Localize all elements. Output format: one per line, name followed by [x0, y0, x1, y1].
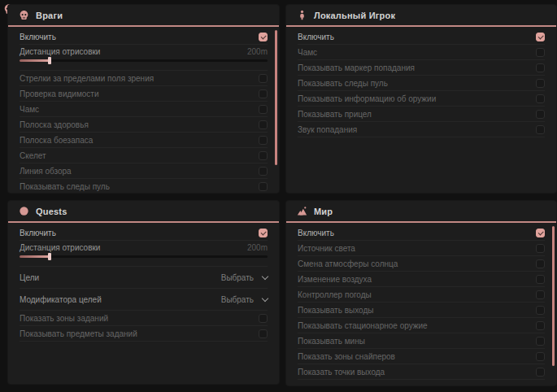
setting-row: Изменение воздуха — [298, 272, 545, 287]
setting-row: Дистанция отрисовки200m — [20, 45, 268, 71]
checkbox[interactable] — [536, 352, 545, 361]
setting-row: Показывать информацию об оружии — [298, 91, 545, 107]
slider-fill — [20, 255, 50, 258]
checkbox[interactable] — [536, 229, 545, 237]
setting-label: Чамс — [298, 48, 317, 57]
panel-title: Мир — [314, 207, 333, 216]
setting-label: Контроллер погоды — [298, 290, 372, 299]
slider-track[interactable] — [20, 59, 268, 62]
checkbox[interactable] — [536, 110, 545, 119]
checkbox[interactable] — [536, 63, 545, 72]
setting-row: Проверка видимости — [20, 86, 268, 102]
slider-thumb[interactable] — [48, 253, 51, 260]
slider-value: 200m — [247, 243, 268, 252]
checkbox[interactable] — [259, 89, 268, 98]
chevron-down-icon — [262, 294, 268, 301]
checkbox[interactable] — [536, 33, 545, 41]
checkbox[interactable] — [536, 306, 545, 315]
checkbox[interactable] — [259, 167, 268, 176]
checkbox[interactable] — [259, 151, 268, 160]
setting-label: Стрелки за пределами поля зрения — [20, 74, 154, 83]
checkbox[interactable] — [536, 337, 545, 346]
setting-label: Показать точки выхода — [298, 368, 385, 377]
checkbox[interactable] — [259, 182, 268, 191]
scrollbar-thumb[interactable] — [275, 30, 277, 165]
setting-label: Чамс — [20, 105, 39, 114]
dropdown-value: Выбрать — [221, 273, 254, 282]
setting-row: Включить — [298, 29, 545, 45]
checkbox[interactable] — [259, 120, 268, 129]
checkbox[interactable] — [536, 290, 545, 299]
dropdown[interactable]: Выбрать — [221, 273, 268, 282]
slider-thumb[interactable] — [48, 57, 51, 64]
checkbox[interactable] — [536, 275, 545, 284]
setting-row: Включить — [298, 225, 545, 241]
setting-row: Скелет — [20, 148, 268, 163]
checkbox[interactable] — [259, 74, 268, 83]
panel-world-rows: ВключитьИсточник светаСмена атмосферы со… — [286, 224, 556, 385]
setting-label: Смена атмосферы солнца — [298, 259, 398, 268]
panel-local-player: Локальный Игрок ВключитьЧамсПоказывать м… — [286, 5, 556, 193]
setting-label: Показывать мины — [298, 337, 365, 346]
setting-label: Изменение воздуха — [298, 275, 372, 284]
setting-row: Показать зоны заданий — [20, 311, 268, 326]
checkbox[interactable] — [259, 136, 268, 145]
checkbox[interactable] — [536, 368, 545, 377]
checkbox[interactable] — [536, 125, 545, 134]
setting-label: Показывать выходы — [298, 306, 373, 315]
setting-label: Включить — [298, 229, 334, 237]
setting-row: Показывать предметы заданий — [20, 326, 268, 342]
checkbox[interactable] — [259, 329, 268, 338]
panel-world: Мир ВключитьИсточник светаСмена атмосфер… — [286, 201, 556, 385]
setting-label: Полоска боезапаса — [20, 136, 93, 145]
setting-row: Включить — [20, 225, 268, 241]
checkbox[interactable] — [259, 105, 268, 114]
mountains-icon — [297, 206, 307, 216]
setting-row: Полоска боезапаса — [20, 133, 268, 148]
checkbox[interactable] — [259, 33, 268, 41]
setting-label: Включить — [298, 33, 334, 41]
setting-label: Показывать маркер попадания — [298, 63, 415, 72]
setting-row: Показывать мины — [298, 333, 545, 349]
setting-label: Показать зоны снайперов — [298, 352, 395, 361]
slider-value: 200m — [247, 47, 268, 56]
setting-row: ЦелиВыбрать — [20, 267, 268, 289]
checkbox[interactable] — [536, 48, 545, 57]
setting-row: Включить — [20, 29, 268, 45]
checkbox[interactable] — [536, 244, 545, 253]
setting-row: Дистанция отрисовки200m — [20, 241, 268, 267]
setting-label: Показывать стационарное оружие — [298, 321, 428, 330]
setting-row: Полоска здоровья — [20, 117, 268, 133]
slider-track[interactable] — [20, 255, 268, 258]
setting-label: Скелет — [20, 151, 46, 160]
panel-title: Локальный Игрок — [314, 11, 395, 20]
panel-local-player-header: Локальный Игрок — [286, 5, 556, 27]
setting-label: Проверка видимости — [20, 89, 99, 98]
checkbox[interactable] — [259, 229, 268, 237]
panel-enemies-header: Враги — [8, 5, 279, 27]
setting-label: Показывать следы пуль — [298, 79, 388, 88]
setting-label: Включить — [20, 229, 56, 237]
setting-row: Смена атмосферы солнца — [298, 256, 545, 272]
setting-row: Показывать прицел — [298, 107, 545, 122]
checkbox[interactable] — [259, 314, 268, 323]
scrollbar-thumb[interactable] — [552, 226, 555, 366]
setting-label: Показывать прицел — [298, 110, 372, 119]
checkbox[interactable] — [536, 321, 545, 330]
panel-local-player-rows: ВключитьЧамсПоказывать маркер попаданияП… — [286, 28, 556, 193]
setting-label: Показывать предметы заданий — [20, 329, 137, 338]
person-icon — [297, 10, 307, 20]
setting-row: Показать точки выхода — [298, 364, 545, 380]
checkbox[interactable] — [536, 79, 545, 88]
setting-label: Дистанция отрисовки — [20, 243, 100, 252]
checkbox[interactable] — [536, 259, 545, 268]
dropdown[interactable]: Выбрать — [221, 295, 268, 304]
panel-quests-rows: ВключитьДистанция отрисовки200mЦелиВыбра… — [8, 224, 279, 384]
setting-row: Показывать маркер попадания — [298, 60, 545, 76]
circle-icon — [19, 206, 29, 216]
setting-row: Чамс — [20, 102, 268, 117]
setting-row: Чамс — [298, 45, 545, 60]
checkbox[interactable] — [536, 94, 545, 103]
setting-label: Показать зоны заданий — [20, 314, 108, 323]
setting-label: Включить — [20, 33, 56, 41]
